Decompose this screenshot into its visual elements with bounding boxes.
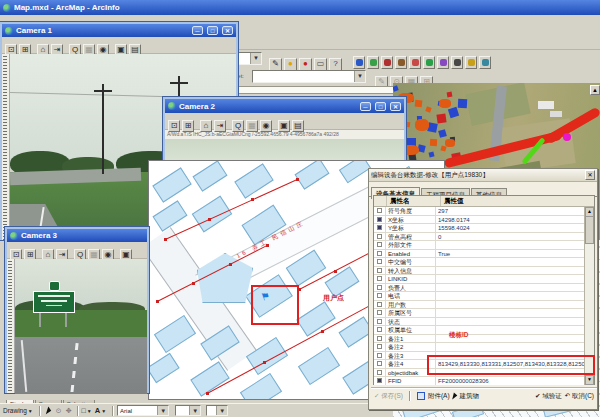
select-cursor-icon[interactable] [46,406,52,415]
attribute-row[interactable]: LINKID [374,275,584,284]
row-checkbox[interactable] [377,302,382,307]
dialog-title-bar[interactable]: 编辑设备台账数据-修改【用户点19830】 ✕ [369,169,597,182]
camera-icon[interactable] [395,56,407,69]
chevron-down-icon[interactable]: ▼ [354,71,365,82]
row-checkbox[interactable] [377,319,382,324]
attribute-row[interactable]: 转入信息 [374,267,584,276]
row-checkbox[interactable] [377,344,382,349]
frame-tool-icon[interactable]: ▭ [314,58,327,71]
main-title-bar[interactable]: Map.mxd - ArcMap - ArcInfo [0,0,600,15]
save-button[interactable]: ✓ 保存(S) [374,392,403,401]
row-checkbox[interactable] [377,217,382,222]
cancel-button[interactable]: ↶ 取消(C) [565,392,594,401]
attribute-row[interactable]: 用户数 [374,301,584,310]
building-button[interactable]: 建筑物 [460,392,480,401]
whats-this-icon[interactable]: ? [329,58,342,71]
maximize-icon[interactable]: □ [375,102,386,111]
chart-icon[interactable] [479,56,491,69]
minimize-icon[interactable]: ─ [360,102,371,111]
media-icon [412,59,419,66]
scroll-thumb[interactable] [585,216,594,244]
chevron-down-icon[interactable]: ▼ [189,406,200,415]
row-checkbox[interactable] [377,234,382,239]
red-marker-icon[interactable]: ● [299,58,312,71]
row-checkbox[interactable] [377,268,382,273]
target-combo[interactable]: ▼ [252,70,366,83]
attribute-row[interactable]: FFIDFF2000000028306 [374,377,584,385]
row-checkbox[interactable] [377,327,382,332]
minimize-icon[interactable]: ─ [192,26,203,35]
row-checkbox[interactable] [377,285,382,290]
attribute-row[interactable]: 管点高程0 [374,233,584,242]
attribute-row[interactable]: 电话 [374,292,584,301]
attribute-row[interactable]: 备注2 [374,343,584,352]
style-combo[interactable]: ▼ [206,405,228,416]
close-icon[interactable]: ✕ [585,170,595,180]
dialog-button-bar: ✓ 保存(S) 附件(A) 建筑物 ✔ 域验证 ↶ 取消(C) [371,388,597,403]
row-checkbox[interactable] [377,378,382,383]
globe-icon[interactable] [353,56,365,69]
pipe-node [206,392,209,395]
attribute-row[interactable]: 中交编号 [374,258,584,267]
attribute-row[interactable]: 所属区号 [374,309,584,318]
row-checkbox[interactable] [377,225,382,230]
row-checkbox[interactable] [377,242,382,247]
attribute-row[interactable]: Y坐标15598.4024 [374,224,584,233]
attribute-row[interactable]: 负责人 [374,284,584,293]
document-icon[interactable] [381,56,393,69]
shape-tool-icon[interactable]: □ [82,407,86,414]
attribute-row[interactable]: 状态 [374,318,584,327]
row-checkbox[interactable] [377,251,382,256]
row-checkbox[interactable] [377,310,382,315]
font-size-combo[interactable]: ▼ [175,405,201,416]
pan-hand-icon[interactable]: ✥ [66,407,72,415]
attribute-row[interactable]: 外部文件 [374,241,584,250]
ribbon-icon[interactable] [437,56,449,69]
row-checkbox[interactable] [377,208,382,213]
extensions-toolbar [352,52,492,66]
row-checkbox[interactable] [377,361,382,366]
row-checkbox[interactable] [377,293,382,298]
row-checkbox[interactable] [377,276,382,281]
maximize-icon[interactable]: □ [207,26,218,35]
scroll-up-icon[interactable]: ▲ [590,85,600,95]
row-checkbox[interactable] [377,370,382,375]
chevron-down-icon[interactable]: ▼ [87,408,92,414]
close-icon[interactable]: ✕ [222,26,233,35]
attribute-value [436,292,584,300]
chevron-down-icon[interactable]: ▼ [101,408,106,414]
attribute-row[interactable]: EnabledTrue [374,250,584,259]
camera3-window[interactable]: Camera 3 ⊡⊞⌂⇥Q▦◉▣▤ [5,227,149,393]
text-tool-icon[interactable]: A [95,406,100,415]
pencil-tool-icon[interactable]: ✎ [269,58,282,71]
chevron-down-icon[interactable]: ▼ [28,408,33,414]
bird-icon[interactable] [423,56,435,69]
yellow-marker-icon[interactable]: ● [284,58,297,71]
font-combo[interactable]: Arial ▼ [117,405,169,416]
attach-label[interactable]: 附件(A) [428,392,450,401]
attribute-row[interactable]: 备注1 [374,335,584,344]
row-checkbox[interactable] [377,259,382,264]
chevron-down-icon[interactable]: ▼ [250,53,261,64]
validate-button[interactable]: ✔ 域验证 [535,392,562,401]
row-checkbox[interactable] [377,336,382,341]
scroll-down-icon[interactable]: ▼ [585,375,594,385]
media-icon[interactable] [409,56,421,69]
drawing-menu[interactable]: Drawing [3,407,27,414]
close-icon[interactable]: ✕ [390,102,401,111]
camera2-window[interactable]: Camera 2 ─ □ ✕ ⊡⊞⌂⇥Q▦◉▣▤ A/Wd.aT.iS IHC_… [163,97,406,168]
attribute-row[interactable]: 符号角度297 [374,207,584,216]
plus-icon[interactable] [451,56,463,69]
row-checkbox-cell [374,352,386,360]
row-checkbox[interactable] [377,353,382,358]
attribute-row[interactable]: 权属单位 [374,326,584,335]
attach-checkbox[interactable] [417,392,425,400]
question-icon[interactable] [465,56,477,69]
rotate-icon[interactable]: ⊙ [56,407,62,415]
chevron-down-icon[interactable]: ▼ [216,406,227,415]
edit-attributes-dialog[interactable]: 编辑设备台账数据-修改【用户点19830】 ✕ 设备基本信息工程项目信息其他信息… [368,168,598,410]
attribute-name: 管点高程 [386,233,436,241]
attribute-row[interactable]: X坐标14298.0174 [374,216,584,225]
chevron-down-icon[interactable]: ▼ [157,406,168,415]
globe-grid-icon[interactable] [367,56,379,69]
